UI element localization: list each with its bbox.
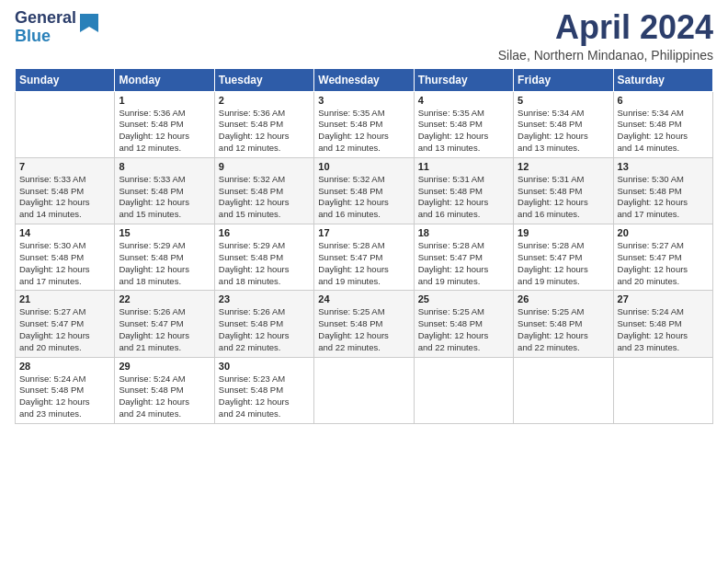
day-info: Sunrise: 5:24 AM Sunset: 5:48 PM Dayligh…: [119, 373, 210, 420]
weekday-header-monday: Monday: [115, 68, 214, 91]
svg-marker-0: [80, 14, 98, 32]
day-number: 3: [318, 95, 409, 106]
logo-general: General: [15, 9, 76, 28]
day-number: 25: [418, 293, 509, 304]
day-number: 12: [518, 161, 609, 172]
calendar-cell: 8Sunrise: 5:33 AM Sunset: 5:48 PM Daylig…: [115, 157, 214, 224]
day-number: 16: [219, 227, 310, 238]
day-info: Sunrise: 5:25 AM Sunset: 5:48 PM Dayligh…: [418, 306, 509, 353]
calendar-week-2: 7Sunrise: 5:33 AM Sunset: 5:48 PM Daylig…: [16, 157, 713, 224]
logo-icon: [78, 14, 98, 40]
calendar-table: SundayMondayTuesdayWednesdayThursdayFrid…: [15, 68, 713, 424]
calendar-cell: 17Sunrise: 5:28 AM Sunset: 5:47 PM Dayli…: [314, 224, 414, 291]
calendar-cell: 1Sunrise: 5:36 AM Sunset: 5:48 PM Daylig…: [115, 91, 214, 157]
calendar-cell: [414, 357, 513, 423]
day-info: Sunrise: 5:31 AM Sunset: 5:48 PM Dayligh…: [518, 174, 609, 221]
day-info: Sunrise: 5:28 AM Sunset: 5:47 PM Dayligh…: [418, 240, 509, 287]
day-info: Sunrise: 5:25 AM Sunset: 5:48 PM Dayligh…: [318, 306, 409, 353]
day-number: 23: [219, 293, 310, 304]
calendar-cell: 26Sunrise: 5:25 AM Sunset: 5:48 PM Dayli…: [514, 291, 613, 357]
day-number: 24: [318, 293, 409, 304]
calendar-cell: 22Sunrise: 5:26 AM Sunset: 5:47 PM Dayli…: [115, 291, 214, 357]
calendar-cell: 28Sunrise: 5:24 AM Sunset: 5:48 PM Dayli…: [16, 357, 115, 423]
day-number: 29: [119, 361, 210, 372]
weekday-header-thursday: Thursday: [414, 68, 513, 91]
day-info: Sunrise: 5:34 AM Sunset: 5:48 PM Dayligh…: [518, 108, 609, 155]
day-number: 9: [219, 161, 310, 172]
calendar-cell: 25Sunrise: 5:25 AM Sunset: 5:48 PM Dayli…: [414, 291, 513, 357]
calendar-cell: [613, 357, 712, 423]
day-info: Sunrise: 5:34 AM Sunset: 5:48 PM Dayligh…: [618, 108, 709, 155]
calendar-cell: 23Sunrise: 5:26 AM Sunset: 5:48 PM Dayli…: [214, 291, 313, 357]
calendar-cell: 4Sunrise: 5:35 AM Sunset: 5:48 PM Daylig…: [414, 91, 513, 157]
day-number: 15: [119, 227, 210, 238]
day-info: Sunrise: 5:35 AM Sunset: 5:48 PM Dayligh…: [418, 108, 509, 155]
calendar-cell: 15Sunrise: 5:29 AM Sunset: 5:48 PM Dayli…: [115, 224, 214, 291]
logo: General Blue: [15, 9, 98, 46]
calendar-cell: 16Sunrise: 5:29 AM Sunset: 5:48 PM Dayli…: [214, 224, 313, 291]
day-number: 11: [418, 161, 509, 172]
weekday-header-row: SundayMondayTuesdayWednesdayThursdayFrid…: [16, 68, 713, 91]
weekday-header-wednesday: Wednesday: [314, 68, 414, 91]
day-number: 14: [19, 227, 110, 238]
day-number: 20: [618, 227, 709, 238]
location: Silae, Northern Mindanao, Philippines: [498, 48, 713, 63]
day-number: 1: [119, 95, 210, 106]
day-number: 26: [518, 293, 609, 304]
calendar-cell: 2Sunrise: 5:36 AM Sunset: 5:48 PM Daylig…: [214, 91, 313, 157]
day-number: 22: [119, 293, 210, 304]
day-info: Sunrise: 5:36 AM Sunset: 5:48 PM Dayligh…: [219, 108, 310, 155]
day-info: Sunrise: 5:27 AM Sunset: 5:47 PM Dayligh…: [618, 240, 709, 287]
month-title: April 2024: [498, 9, 713, 46]
calendar-cell: 29Sunrise: 5:24 AM Sunset: 5:48 PM Dayli…: [115, 357, 214, 423]
calendar-cell: 30Sunrise: 5:23 AM Sunset: 5:48 PM Dayli…: [214, 357, 313, 423]
weekday-header-tuesday: Tuesday: [214, 68, 313, 91]
day-number: 19: [518, 227, 609, 238]
day-number: 6: [618, 95, 709, 106]
day-number: 28: [19, 361, 110, 372]
day-number: 17: [318, 227, 409, 238]
calendar-cell: 6Sunrise: 5:34 AM Sunset: 5:48 PM Daylig…: [613, 91, 712, 157]
calendar-week-1: 1Sunrise: 5:36 AM Sunset: 5:48 PM Daylig…: [16, 91, 713, 157]
page: General Blue April 2024 Silae, Northern …: [0, 0, 728, 563]
weekday-header-saturday: Saturday: [613, 68, 712, 91]
day-info: Sunrise: 5:23 AM Sunset: 5:48 PM Dayligh…: [219, 373, 310, 420]
day-info: Sunrise: 5:26 AM Sunset: 5:48 PM Dayligh…: [219, 306, 310, 353]
calendar-week-3: 14Sunrise: 5:30 AM Sunset: 5:48 PM Dayli…: [16, 224, 713, 291]
calendar-cell: 7Sunrise: 5:33 AM Sunset: 5:48 PM Daylig…: [16, 157, 115, 224]
day-info: Sunrise: 5:30 AM Sunset: 5:48 PM Dayligh…: [19, 240, 110, 287]
day-info: Sunrise: 5:28 AM Sunset: 5:47 PM Dayligh…: [318, 240, 409, 287]
day-number: 7: [19, 161, 110, 172]
day-info: Sunrise: 5:25 AM Sunset: 5:48 PM Dayligh…: [518, 306, 609, 353]
day-number: 8: [119, 161, 210, 172]
day-number: 10: [318, 161, 409, 172]
calendar-cell: 27Sunrise: 5:24 AM Sunset: 5:48 PM Dayli…: [613, 291, 712, 357]
day-number: 21: [19, 293, 110, 304]
day-info: Sunrise: 5:32 AM Sunset: 5:48 PM Dayligh…: [219, 174, 310, 221]
calendar-week-4: 21Sunrise: 5:27 AM Sunset: 5:47 PM Dayli…: [16, 291, 713, 357]
day-number: 2: [219, 95, 310, 106]
day-number: 4: [418, 95, 509, 106]
calendar-cell: 20Sunrise: 5:27 AM Sunset: 5:47 PM Dayli…: [613, 224, 712, 291]
calendar-cell: 19Sunrise: 5:28 AM Sunset: 5:47 PM Dayli…: [514, 224, 613, 291]
day-info: Sunrise: 5:31 AM Sunset: 5:48 PM Dayligh…: [418, 174, 509, 221]
calendar-cell: 24Sunrise: 5:25 AM Sunset: 5:48 PM Dayli…: [314, 291, 414, 357]
calendar-week-5: 28Sunrise: 5:24 AM Sunset: 5:48 PM Dayli…: [16, 357, 713, 423]
calendar-cell: 10Sunrise: 5:32 AM Sunset: 5:48 PM Dayli…: [314, 157, 414, 224]
calendar-cell: 21Sunrise: 5:27 AM Sunset: 5:47 PM Dayli…: [16, 291, 115, 357]
day-number: 27: [618, 293, 709, 304]
header: General Blue April 2024 Silae, Northern …: [15, 9, 713, 63]
day-info: Sunrise: 5:29 AM Sunset: 5:48 PM Dayligh…: [219, 240, 310, 287]
day-number: 5: [518, 95, 609, 106]
weekday-header-sunday: Sunday: [16, 68, 115, 91]
calendar-cell: 13Sunrise: 5:30 AM Sunset: 5:48 PM Dayli…: [613, 157, 712, 224]
calendar-cell: [16, 91, 115, 157]
calendar-cell: 12Sunrise: 5:31 AM Sunset: 5:48 PM Dayli…: [514, 157, 613, 224]
weekday-header-friday: Friday: [514, 68, 613, 91]
day-info: Sunrise: 5:33 AM Sunset: 5:48 PM Dayligh…: [19, 174, 110, 221]
calendar-cell: 9Sunrise: 5:32 AM Sunset: 5:48 PM Daylig…: [214, 157, 313, 224]
calendar-cell: 14Sunrise: 5:30 AM Sunset: 5:48 PM Dayli…: [16, 224, 115, 291]
day-info: Sunrise: 5:32 AM Sunset: 5:48 PM Dayligh…: [318, 174, 409, 221]
day-info: Sunrise: 5:35 AM Sunset: 5:48 PM Dayligh…: [318, 108, 409, 155]
day-info: Sunrise: 5:33 AM Sunset: 5:48 PM Dayligh…: [119, 174, 210, 221]
